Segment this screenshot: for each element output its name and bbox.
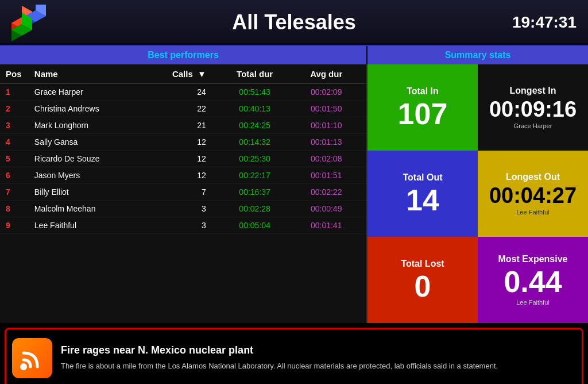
- table-body: 1 Grace Harper 24 00:51:43 00:02:09 2 Ch…: [0, 84, 366, 234]
- row-calls: 21: [149, 121, 218, 130]
- news-headline: Fire rages near N. Mexico nuclear plant: [61, 344, 576, 356]
- total-lost-label: Total Lost: [401, 259, 444, 269]
- clock-display: 19:47:31: [512, 13, 577, 32]
- sort-arrow-icon: ▼: [198, 69, 206, 79]
- col-header-name: Name: [34, 69, 149, 79]
- row-name: Grace Harper: [34, 87, 149, 97]
- row-avg-dur: 00:01:41: [292, 221, 361, 230]
- total-out-value: 14: [406, 185, 439, 215]
- row-avg-dur: 00:01:50: [292, 104, 361, 113]
- total-in-label: Total In: [407, 86, 439, 97]
- table-row: 4 Sally Gansa 12 00:14:32 00:01:13: [0, 134, 366, 151]
- longest-out-person: Lee Faithful: [516, 209, 549, 216]
- table-row: 9 Lee Faithful 3 00:05:04 00:01:41: [0, 217, 366, 234]
- news-area: Fire rages near N. Mexico nuclear plant …: [5, 328, 583, 384]
- main-content: Pos Name Calls ▼ Total dur Avg dur 1 Gra…: [0, 64, 588, 323]
- most-expensive-value: 0.44: [504, 267, 562, 297]
- row-calls: 7: [149, 187, 218, 197]
- table-row: 6 Jason Myers 12 00:22:17 00:01:51: [0, 167, 366, 184]
- row-avg-dur: 00:02:08: [292, 154, 361, 163]
- longest-out-label: Longest Out: [506, 172, 560, 182]
- row-total-dur: 00:51:43: [218, 87, 292, 97]
- best-performers-panel: Pos Name Calls ▼ Total dur Avg dur 1 Gra…: [0, 64, 368, 323]
- svg-point-10: [20, 363, 27, 370]
- section-headers: Best performers Summary stats: [0, 46, 588, 64]
- row-pos: 4: [6, 137, 34, 147]
- news-content: Fire rages near N. Mexico nuclear plant …: [61, 344, 576, 371]
- table-header: Pos Name Calls ▼ Total dur Avg dur: [0, 64, 366, 84]
- total-lost-value: 0: [415, 271, 431, 301]
- table-row: 7 Billy Elliot 7 00:16:37 00:02:22: [0, 184, 366, 201]
- best-performers-header: Best performers: [0, 46, 368, 64]
- total-lost-box: Total Lost 0: [368, 237, 478, 323]
- row-avg-dur: 00:01:13: [292, 137, 361, 147]
- row-name: Sally Gansa: [34, 137, 149, 147]
- summary-stats-header: Summary stats: [368, 46, 588, 64]
- row-name: Billy Elliot: [34, 187, 149, 197]
- row-avg-dur: 00:00:49: [292, 204, 361, 213]
- total-in-value: 107: [398, 99, 448, 129]
- row-pos: 9: [6, 221, 34, 230]
- row-name: Jason Myers: [34, 171, 149, 180]
- table-row: 1 Grace Harper 24 00:51:43 00:02:09: [0, 84, 366, 101]
- table-row: 5 Ricardo De Souze 12 00:25:30 00:02:08: [0, 151, 366, 167]
- row-pos: 6: [6, 171, 34, 180]
- app-title: All Telesales: [232, 10, 355, 34]
- most-expensive-label: Most Expensive: [498, 254, 568, 264]
- summary-stats-panel: Total In 107 Longest In 00:09:16 Grace H…: [368, 64, 588, 323]
- row-calls: 22: [149, 104, 218, 113]
- most-expensive-box: Most Expensive 0.44 Lee Faithful: [478, 237, 588, 323]
- row-name: Christina Andrews: [34, 104, 149, 113]
- total-out-box: Total Out 14: [368, 151, 478, 237]
- row-calls: 12: [149, 137, 218, 147]
- table-row: 2 Christina Andrews 22 00:40:13 00:01:50: [0, 101, 366, 117]
- header: All Telesales 19:47:31: [0, 0, 588, 46]
- most-expensive-person: Lee Faithful: [516, 299, 549, 306]
- news-body: The fire is about a mile from the Los Al…: [61, 361, 576, 371]
- app-logo: [6, 5, 52, 41]
- row-pos: 5: [6, 154, 34, 163]
- col-header-calls: Calls ▼: [149, 69, 218, 79]
- row-total-dur: 00:02:28: [218, 204, 292, 213]
- row-total-dur: 00:05:04: [218, 221, 292, 230]
- row-calls: 24: [149, 87, 218, 97]
- table-row: 3 Mark Longhorn 21 00:24:25 00:01:10: [0, 117, 366, 134]
- row-calls: 3: [149, 204, 218, 213]
- row-total-dur: 00:22:17: [218, 171, 292, 180]
- row-pos: 1: [6, 87, 34, 97]
- col-header-total-dur: Total dur: [218, 69, 292, 79]
- total-in-box: Total In 107: [368, 64, 478, 151]
- row-avg-dur: 00:02:09: [292, 87, 361, 97]
- row-pos: 8: [6, 204, 34, 213]
- total-out-label: Total Out: [403, 172, 442, 183]
- row-total-dur: 00:25:30: [218, 154, 292, 163]
- rss-icon: [12, 338, 52, 378]
- longest-in-label: Longest In: [510, 86, 556, 96]
- row-calls: 3: [149, 221, 218, 230]
- row-total-dur: 00:40:13: [218, 104, 292, 113]
- row-total-dur: 00:16:37: [218, 187, 292, 197]
- col-header-pos: Pos: [6, 69, 34, 79]
- row-pos: 3: [6, 121, 34, 130]
- row-total-dur: 00:14:32: [218, 137, 292, 147]
- row-pos: 7: [6, 187, 34, 197]
- row-calls: 12: [149, 154, 218, 163]
- row-name: Malcolm Meehan: [34, 204, 149, 213]
- row-total-dur: 00:24:25: [218, 121, 292, 130]
- longest-out-box: Longest Out 00:04:27 Lee Faithful: [478, 151, 588, 237]
- row-name: Ricardo De Souze: [34, 154, 149, 163]
- row-avg-dur: 00:01:51: [292, 171, 361, 180]
- row-avg-dur: 00:01:10: [292, 121, 361, 130]
- table-row: 8 Malcolm Meehan 3 00:02:28 00:00:49: [0, 201, 366, 217]
- longest-in-value: 00:09:16: [489, 98, 577, 120]
- row-name: Mark Longhorn: [34, 121, 149, 130]
- row-name: Lee Faithful: [34, 221, 149, 230]
- longest-in-person: Grace Harper: [514, 122, 552, 129]
- row-calls: 12: [149, 171, 218, 180]
- longest-out-value: 00:04:27: [489, 185, 577, 206]
- col-header-avg-dur: Avg dur: [292, 69, 361, 79]
- row-pos: 2: [6, 104, 34, 113]
- longest-in-box: Longest In 00:09:16 Grace Harper: [478, 64, 588, 151]
- row-avg-dur: 00:02:22: [292, 187, 361, 197]
